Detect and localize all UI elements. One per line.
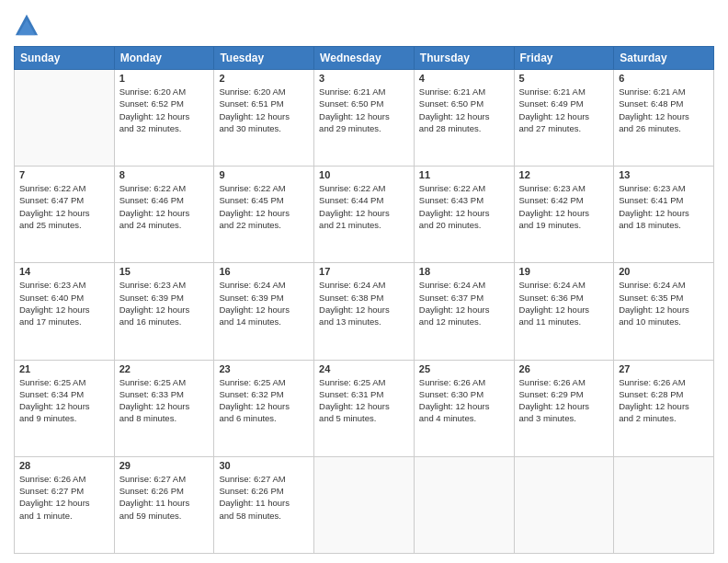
calendar-week-1: 7Sunrise: 6:22 AM Sunset: 6:47 PM Daylig… (15, 167, 714, 263)
day-number: 29 (119, 460, 210, 471)
day-number: 25 (419, 363, 509, 374)
weekday-header-thursday: Thursday (414, 47, 514, 70)
weekday-header-row: SundayMondayTuesdayWednesdayThursdayFrid… (15, 47, 714, 70)
day-info: Sunrise: 6:23 AM Sunset: 6:42 PM Dayligh… (519, 182, 609, 231)
calendar-cell: 19Sunrise: 6:24 AM Sunset: 6:36 PM Dayli… (514, 263, 614, 360)
calendar-body: 1Sunrise: 6:20 AM Sunset: 6:52 PM Daylig… (15, 70, 714, 554)
day-info: Sunrise: 6:24 AM Sunset: 6:35 PM Dayligh… (619, 279, 709, 327)
calendar-cell (414, 456, 514, 553)
day-number: 7 (19, 169, 109, 180)
weekday-header-tuesday: Tuesday (214, 47, 314, 70)
calendar-week-3: 21Sunrise: 6:25 AM Sunset: 6:34 PM Dayli… (15, 360, 714, 456)
day-number: 11 (419, 169, 509, 180)
calendar-header: SundayMondayTuesdayWednesdayThursdayFrid… (15, 47, 714, 70)
calendar-cell (314, 456, 415, 553)
calendar-cell (15, 70, 115, 167)
calendar-cell: 25Sunrise: 6:26 AM Sunset: 6:30 PM Dayli… (414, 360, 514, 456)
day-info: Sunrise: 6:23 AM Sunset: 6:39 PM Dayligh… (119, 279, 210, 327)
day-info: Sunrise: 6:24 AM Sunset: 6:38 PM Dayligh… (319, 279, 409, 327)
day-number: 19 (519, 266, 609, 277)
calendar-cell: 10Sunrise: 6:22 AM Sunset: 6:44 PM Dayli… (314, 167, 415, 263)
calendar-cell: 22Sunrise: 6:25 AM Sunset: 6:33 PM Dayli… (114, 360, 214, 456)
day-info: Sunrise: 6:23 AM Sunset: 6:40 PM Dayligh… (19, 279, 109, 327)
day-number: 12 (519, 169, 609, 180)
day-info: Sunrise: 6:21 AM Sunset: 6:49 PM Dayligh… (519, 86, 609, 134)
weekday-header-sunday: Sunday (15, 47, 115, 70)
logo-icon (14, 13, 40, 39)
calendar-cell: 23Sunrise: 6:25 AM Sunset: 6:32 PM Dayli… (214, 360, 314, 456)
day-number: 8 (119, 169, 210, 180)
weekday-header-friday: Friday (514, 47, 614, 70)
day-info: Sunrise: 6:25 AM Sunset: 6:34 PM Dayligh… (19, 376, 109, 425)
day-number: 17 (319, 266, 409, 277)
day-info: Sunrise: 6:20 AM Sunset: 6:51 PM Dayligh… (219, 86, 309, 134)
calendar-cell: 8Sunrise: 6:22 AM Sunset: 6:46 PM Daylig… (114, 167, 214, 263)
day-info: Sunrise: 6:22 AM Sunset: 6:45 PM Dayligh… (219, 182, 309, 231)
day-info: Sunrise: 6:26 AM Sunset: 6:29 PM Dayligh… (519, 376, 609, 425)
day-number: 14 (19, 266, 109, 277)
header (14, 9, 714, 39)
day-info: Sunrise: 6:20 AM Sunset: 6:52 PM Dayligh… (119, 86, 210, 134)
day-number: 6 (619, 73, 709, 84)
calendar-cell: 17Sunrise: 6:24 AM Sunset: 6:38 PM Dayli… (314, 263, 415, 360)
calendar-cell: 4Sunrise: 6:21 AM Sunset: 6:50 PM Daylig… (414, 70, 514, 167)
day-number: 3 (319, 73, 409, 84)
day-info: Sunrise: 6:25 AM Sunset: 6:31 PM Dayligh… (319, 376, 409, 425)
calendar-cell: 21Sunrise: 6:25 AM Sunset: 6:34 PM Dayli… (15, 360, 115, 456)
calendar-table: SundayMondayTuesdayWednesdayThursdayFrid… (14, 46, 714, 554)
calendar-cell: 24Sunrise: 6:25 AM Sunset: 6:31 PM Dayli… (314, 360, 415, 456)
day-number: 1 (119, 73, 210, 84)
calendar-cell: 13Sunrise: 6:23 AM Sunset: 6:41 PM Dayli… (614, 167, 714, 263)
calendar-cell (514, 456, 614, 553)
day-number: 27 (619, 363, 709, 374)
day-info: Sunrise: 6:24 AM Sunset: 6:39 PM Dayligh… (219, 279, 309, 327)
day-info: Sunrise: 6:26 AM Sunset: 6:30 PM Dayligh… (419, 376, 509, 425)
page: SundayMondayTuesdayWednesdayThursdayFrid… (0, 0, 728, 563)
day-number: 30 (219, 460, 309, 471)
logo (14, 13, 41, 39)
day-info: Sunrise: 6:25 AM Sunset: 6:33 PM Dayligh… (119, 376, 210, 425)
calendar-cell: 14Sunrise: 6:23 AM Sunset: 6:40 PM Dayli… (15, 263, 115, 360)
weekday-header-saturday: Saturday (614, 47, 714, 70)
calendar-cell: 7Sunrise: 6:22 AM Sunset: 6:47 PM Daylig… (15, 167, 115, 263)
calendar-cell: 27Sunrise: 6:26 AM Sunset: 6:28 PM Dayli… (614, 360, 714, 456)
calendar-cell: 28Sunrise: 6:26 AM Sunset: 6:27 PM Dayli… (15, 456, 115, 553)
day-info: Sunrise: 6:22 AM Sunset: 6:46 PM Dayligh… (119, 182, 210, 231)
day-number: 10 (319, 169, 409, 180)
calendar-cell: 11Sunrise: 6:22 AM Sunset: 6:43 PM Dayli… (414, 167, 514, 263)
day-number: 22 (119, 363, 210, 374)
day-number: 21 (19, 363, 109, 374)
calendar-cell: 18Sunrise: 6:24 AM Sunset: 6:37 PM Dayli… (414, 263, 514, 360)
calendar-cell (614, 456, 714, 553)
day-info: Sunrise: 6:26 AM Sunset: 6:27 PM Dayligh… (19, 473, 109, 522)
calendar-cell: 29Sunrise: 6:27 AM Sunset: 6:26 PM Dayli… (114, 456, 214, 553)
day-number: 5 (519, 73, 609, 84)
day-info: Sunrise: 6:21 AM Sunset: 6:50 PM Dayligh… (419, 86, 509, 134)
weekday-header-wednesday: Wednesday (314, 47, 415, 70)
day-info: Sunrise: 6:21 AM Sunset: 6:48 PM Dayligh… (619, 86, 709, 134)
day-number: 13 (619, 169, 709, 180)
day-info: Sunrise: 6:24 AM Sunset: 6:37 PM Dayligh… (419, 279, 509, 327)
calendar-cell: 9Sunrise: 6:22 AM Sunset: 6:45 PM Daylig… (214, 167, 314, 263)
day-number: 24 (319, 363, 409, 374)
day-info: Sunrise: 6:22 AM Sunset: 6:43 PM Dayligh… (419, 182, 509, 231)
day-info: Sunrise: 6:27 AM Sunset: 6:26 PM Dayligh… (219, 473, 309, 522)
calendar-cell: 30Sunrise: 6:27 AM Sunset: 6:26 PM Dayli… (214, 456, 314, 553)
day-number: 18 (419, 266, 509, 277)
calendar-cell: 2Sunrise: 6:20 AM Sunset: 6:51 PM Daylig… (214, 70, 314, 167)
day-number: 16 (219, 266, 309, 277)
calendar-cell: 3Sunrise: 6:21 AM Sunset: 6:50 PM Daylig… (314, 70, 415, 167)
day-number: 4 (419, 73, 509, 84)
day-info: Sunrise: 6:27 AM Sunset: 6:26 PM Dayligh… (119, 473, 210, 522)
day-info: Sunrise: 6:22 AM Sunset: 6:44 PM Dayligh… (319, 182, 409, 231)
calendar-week-2: 14Sunrise: 6:23 AM Sunset: 6:40 PM Dayli… (15, 263, 714, 360)
calendar-cell: 15Sunrise: 6:23 AM Sunset: 6:39 PM Dayli… (114, 263, 214, 360)
day-number: 26 (519, 363, 609, 374)
calendar-cell: 1Sunrise: 6:20 AM Sunset: 6:52 PM Daylig… (114, 70, 214, 167)
day-number: 15 (119, 266, 210, 277)
day-info: Sunrise: 6:22 AM Sunset: 6:47 PM Dayligh… (19, 182, 109, 231)
day-info: Sunrise: 6:21 AM Sunset: 6:50 PM Dayligh… (319, 86, 409, 134)
day-info: Sunrise: 6:25 AM Sunset: 6:32 PM Dayligh… (219, 376, 309, 425)
day-number: 2 (219, 73, 309, 84)
calendar-cell: 20Sunrise: 6:24 AM Sunset: 6:35 PM Dayli… (614, 263, 714, 360)
